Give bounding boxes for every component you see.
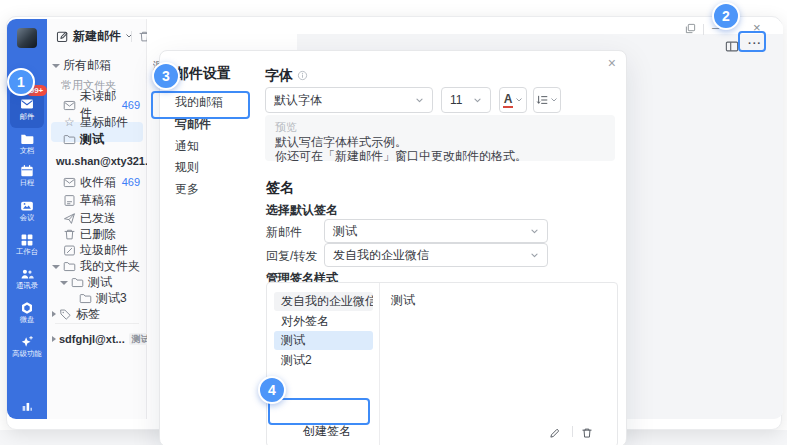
folder-row-starred[interactable]: ☆ 星标邮件 xyxy=(47,113,147,131)
chevron-down-icon xyxy=(550,96,558,104)
reply-forward-signature-select[interactable]: 发自我的企业微信 xyxy=(324,243,548,267)
annotation-step-4: 4 xyxy=(258,376,286,404)
rail-item-docs[interactable]: 文档 xyxy=(7,132,47,158)
chevron-down-icon xyxy=(473,96,482,105)
rail-item-meeting[interactable]: 会议 xyxy=(7,199,47,225)
workbench-grid-icon xyxy=(20,233,34,247)
account-label: wu.shan@xty321.... xyxy=(56,155,157,167)
toolbar-divider xyxy=(131,31,132,42)
rail-item-label: 工作台 xyxy=(16,247,38,256)
folder-panel: 新建邮件 所有邮箱 常用文件夹 未读邮件 469 xyxy=(47,19,147,419)
folder-label: 垃圾邮件 xyxy=(80,242,128,259)
settings-nav-notifications[interactable]: 通知 xyxy=(175,136,257,156)
settings-nav-rules[interactable]: 规则 xyxy=(175,157,257,177)
contacts-icon xyxy=(20,267,34,281)
new-mail-label: 新邮件 xyxy=(266,224,302,241)
caret-right-icon xyxy=(52,311,56,317)
folder-row-all-mailboxes[interactable]: 所有邮箱 xyxy=(47,56,147,74)
rail-item-wedrive[interactable]: 微盘 xyxy=(7,301,47,327)
font-family-value: 默认字体 xyxy=(274,92,322,109)
panel-divider xyxy=(55,323,139,324)
popout-window-icon[interactable] xyxy=(685,23,696,34)
folder-label: 标签 xyxy=(76,306,100,323)
rail-item-advanced[interactable]: 高级功能 xyxy=(7,335,47,361)
docs-icon xyxy=(20,132,34,146)
chevron-down-icon xyxy=(515,96,523,104)
signature-item-wecom[interactable]: 发自我的企业微信 xyxy=(274,292,373,311)
rail-item-label: 文档 xyxy=(20,146,35,155)
delete-signature-icon[interactable] xyxy=(581,425,593,443)
font-family-select[interactable]: 默认字体 xyxy=(265,87,433,113)
rail-item-label: 微盘 xyxy=(20,315,35,324)
folder-label: 所有邮箱 xyxy=(63,57,111,74)
folder-row-tags[interactable]: 标签 xyxy=(47,305,147,323)
folder-label: 我的文件夹 xyxy=(80,258,140,275)
layout-toggle-icon[interactable] xyxy=(725,39,739,57)
star-icon: ☆ xyxy=(63,115,76,129)
rail-item-calendar[interactable]: 日程 xyxy=(7,164,47,190)
settings-nav-more[interactable]: 更多 xyxy=(175,179,257,199)
rail-item-stats[interactable] xyxy=(7,399,47,413)
rail-item-contacts[interactable]: 通讯录 xyxy=(7,267,47,293)
rail-item-label: 通讯录 xyxy=(16,281,38,290)
annotation-box-create-button xyxy=(268,398,370,425)
edit-signature-icon[interactable] xyxy=(549,425,561,443)
caret-down-icon xyxy=(60,281,68,285)
trash-icon xyxy=(63,228,76,241)
rail-item-workbench[interactable]: 工作台 xyxy=(7,233,47,259)
font-size-value: 11 xyxy=(450,93,462,107)
rail-item-label: 会议 xyxy=(20,213,35,222)
annotation-box-more-button xyxy=(738,31,766,52)
folder-label: 测试 xyxy=(88,274,112,291)
folder-label: 收件箱 xyxy=(80,174,116,191)
wecom-mail-window: 99+ 邮件 文档 日程 会议 工作台 xyxy=(6,16,782,430)
annotation-box-compose-nav xyxy=(151,91,250,119)
modal-title: 邮件设置 xyxy=(175,65,231,83)
signature-item-external[interactable]: 对外签名 xyxy=(274,312,373,331)
folder-label: 星标邮件 xyxy=(80,114,128,131)
font-size-select[interactable]: 11 xyxy=(441,87,491,113)
compose-button[interactable]: 新建邮件 xyxy=(56,27,133,45)
signature-item-test2[interactable]: 测试2 xyxy=(274,351,373,370)
reply-forward-signature-value: 发自我的企业微信 xyxy=(333,247,429,264)
modal-close-button[interactable]: × xyxy=(608,55,616,71)
new-mail-signature-select[interactable]: 测试 xyxy=(324,219,548,243)
rail-item-label: 日程 xyxy=(20,178,35,187)
info-icon[interactable] xyxy=(297,68,308,84)
folder-label: 已发送 xyxy=(80,210,116,227)
avatar[interactable] xyxy=(17,28,37,48)
folder-row-inbox[interactable]: 收件箱 469 xyxy=(47,173,147,191)
envelope-icon xyxy=(63,99,76,112)
meeting-icon xyxy=(20,199,34,213)
annotation-step-2: 2 xyxy=(712,2,740,30)
calendar-icon xyxy=(20,164,34,178)
folder-icon xyxy=(63,260,76,273)
font-color-button[interactable]: A xyxy=(499,87,527,113)
folder-row-unread[interactable]: 未读邮件 469 xyxy=(47,96,147,114)
send-icon xyxy=(63,212,76,225)
unread-count: 469 xyxy=(122,99,140,111)
preview-label: 预览 xyxy=(275,120,605,135)
compose-icon xyxy=(56,30,69,43)
spam-icon xyxy=(63,244,76,257)
line-spacing-icon xyxy=(536,94,548,106)
preview-line-1: 默认写信字体样式示例。 xyxy=(275,135,605,149)
caret-down-icon xyxy=(52,265,60,269)
folder-icon xyxy=(63,133,76,146)
rail-item-label: 高级功能 xyxy=(12,349,41,358)
account-header-2[interactable]: sdfghjl@xt... 测试111 xyxy=(47,330,147,348)
sparkle-icon xyxy=(20,335,34,349)
tools-divider xyxy=(572,426,573,437)
folder-row-drafts[interactable]: 草稿箱 xyxy=(47,191,147,209)
signature-item-test-selected[interactable]: 测试 xyxy=(274,331,373,350)
folder-row-test-selected[interactable]: 测试 xyxy=(47,130,147,148)
font-preview-box: 预览 默认写信字体样式示例。 你还可在「新建邮件」窗口中更改邮件的格式。 xyxy=(265,115,615,161)
caret-down-icon xyxy=(52,64,60,68)
line-spacing-button[interactable] xyxy=(533,87,561,113)
account-header-1[interactable]: wu.shan@xty321.... xyxy=(47,152,147,170)
wedrive-icon xyxy=(20,301,34,315)
signature-heading: 签名 xyxy=(266,179,294,197)
preview-line-2: 你还可在「新建邮件」窗口中更改邮件的格式。 xyxy=(275,149,605,163)
annotation-step-3: 3 xyxy=(152,62,180,90)
new-mail-signature-value: 测试 xyxy=(333,223,357,240)
